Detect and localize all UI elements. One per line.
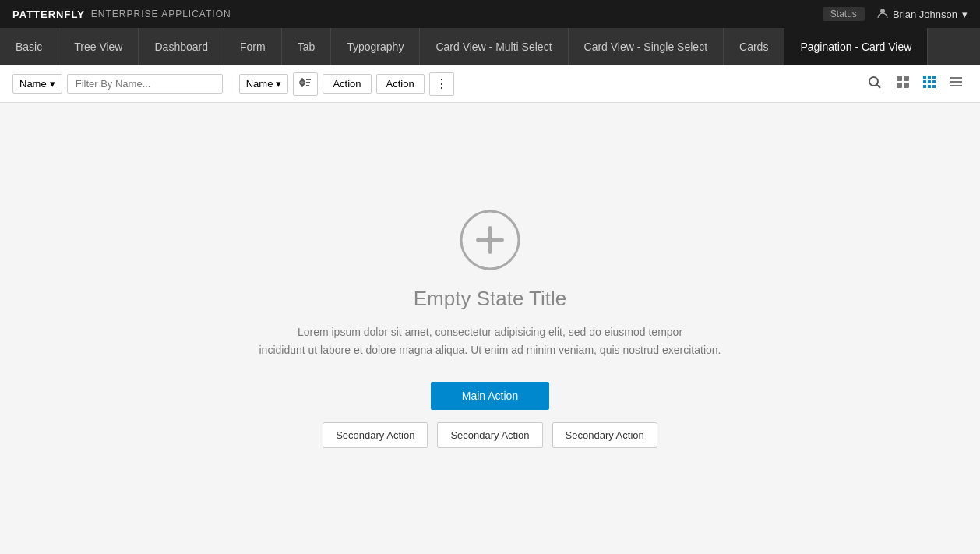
svg-rect-11 (904, 83, 909, 88)
view-grid-small-button[interactable] (918, 72, 941, 96)
nav-tab-typography[interactable]: Typography (331, 28, 420, 65)
top-bar-right: Status Brian Johnson ▾ (823, 7, 968, 21)
nav-tab-card-view-single[interactable]: Card View - Single Select (569, 28, 724, 65)
nav-tab-dashboard[interactable]: Dashboard (139, 28, 224, 65)
svg-point-6 (869, 77, 878, 86)
empty-state-icon (459, 209, 521, 271)
sort-by-label: Name (246, 78, 273, 90)
kebab-icon: ⋮ (435, 76, 448, 91)
svg-rect-16 (928, 80, 931, 83)
svg-rect-12 (923, 76, 926, 79)
action2-button[interactable]: Action (376, 74, 425, 94)
user-chevron: ▾ (962, 9, 968, 20)
nav-tab-tab[interactable]: Tab (282, 28, 332, 65)
empty-state: Empty State Title Lorem ipsum dolor sit … (259, 209, 721, 448)
sort-icon (299, 76, 312, 91)
toolbar-left: Name ▾ Name ▾ Action Action ⋮ (12, 72, 855, 96)
search-button[interactable] (862, 72, 888, 96)
sort-by-chevron: ▾ (276, 78, 281, 90)
brand: PATTERNFLY ENTERPRISE APPLICATION (12, 9, 231, 20)
divider (231, 75, 231, 94)
sort-order-button[interactable] (293, 72, 318, 96)
action1-button[interactable]: Action (323, 74, 371, 94)
empty-state-description: Lorem ipsum dolor sit amet, consectetur … (259, 323, 721, 358)
top-bar: PATTERNFLY ENTERPRISE APPLICATION Status… (0, 0, 980, 28)
status-badge: Status (823, 7, 865, 21)
svg-rect-18 (923, 85, 926, 88)
svg-rect-15 (923, 80, 926, 83)
kebab-menu-button[interactable]: ⋮ (429, 72, 454, 96)
filter-by-dropdown[interactable]: Name ▾ (12, 74, 62, 94)
view-grid-large-button[interactable] (891, 72, 915, 96)
svg-rect-14 (932, 76, 936, 79)
nav-tab-cards[interactable]: Cards (724, 28, 784, 65)
toolbar-right (862, 72, 968, 96)
svg-rect-8 (897, 76, 902, 81)
nav-tab-tree-view[interactable]: Tree View (58, 28, 139, 65)
svg-rect-10 (897, 83, 902, 88)
secondary-action-button-sec3[interactable]: Secondary Action (552, 422, 657, 448)
empty-state-desc-line1: Lorem ipsum dolor sit amet, consectetur … (298, 326, 682, 338)
view-list-button[interactable] (944, 72, 968, 96)
brand-subtitle: ENTERPRISE APPLICATION (91, 9, 231, 19)
nav-tab-basic[interactable]: Basic (0, 28, 58, 65)
svg-rect-13 (928, 76, 931, 79)
sort-by-dropdown[interactable]: Name ▾ (239, 74, 289, 94)
user-menu[interactable]: Brian Johnson ▾ (877, 8, 968, 21)
svg-line-7 (877, 84, 881, 88)
brand-logo: PATTERNFLY (12, 9, 85, 20)
main-action-button[interactable]: Main Action (431, 382, 549, 410)
svg-rect-17 (932, 80, 936, 83)
empty-state-title: Empty State Title (414, 287, 567, 311)
svg-rect-9 (904, 76, 909, 81)
secondary-action-button-sec2[interactable]: Secondary Action (437, 422, 542, 448)
empty-state-desc-line2: incididunt ut labore et dolore magna ali… (259, 344, 721, 356)
filter-by-chevron: ▾ (50, 78, 55, 90)
secondary-actions: Secondary ActionSecondary ActionSecondar… (323, 422, 657, 448)
user-name: Brian Johnson (893, 9, 957, 20)
svg-rect-19 (928, 85, 931, 88)
user-icon (877, 8, 888, 21)
nav-tab-form[interactable]: Form (224, 28, 282, 65)
main-content: Empty State Title Lorem ipsum dolor sit … (0, 103, 980, 554)
toolbar: Name ▾ Name ▾ Action Action ⋮ (0, 65, 980, 103)
nav-tab-card-view-multi[interactable]: Card View - Multi Select (420, 28, 568, 65)
secondary-action-button-sec1[interactable]: Secondary Action (323, 422, 428, 448)
filter-input[interactable] (67, 74, 223, 94)
filter-by-label: Name (19, 78, 47, 90)
svg-rect-20 (932, 85, 936, 88)
nav-tabs: BasicTree ViewDashboardFormTabTypography… (0, 28, 980, 65)
nav-tab-pagination-card-view[interactable]: Pagination - Card View (784, 28, 928, 65)
